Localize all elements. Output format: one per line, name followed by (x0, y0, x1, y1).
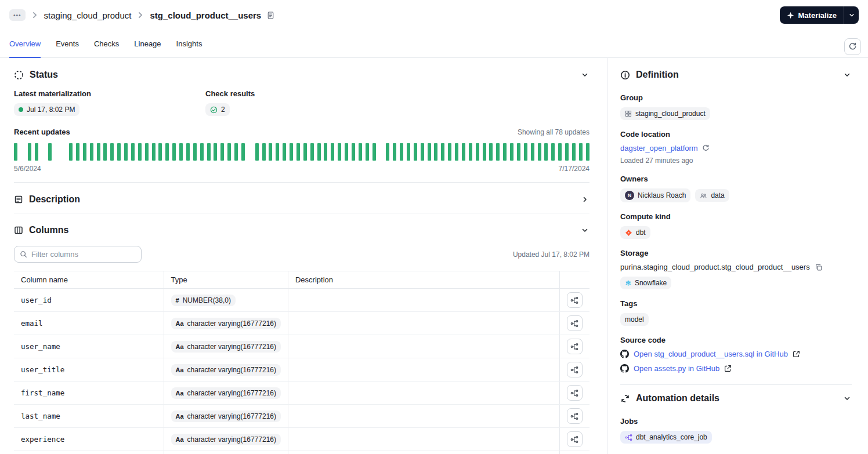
update-bar[interactable] (131, 143, 135, 161)
update-bar[interactable] (69, 143, 73, 161)
update-bar[interactable] (434, 143, 437, 161)
update-bar[interactable] (310, 143, 314, 161)
columns-collapse-toggle[interactable] (580, 226, 589, 235)
update-bar[interactable] (200, 143, 204, 161)
update-bar[interactable] (469, 143, 472, 161)
update-bar[interactable] (317, 143, 321, 161)
update-bar[interactable] (331, 143, 334, 161)
tag-badge[interactable]: model (620, 313, 649, 326)
update-bar[interactable] (296, 143, 300, 161)
check-results-badge[interactable]: 2 (205, 103, 230, 116)
update-bar[interactable] (117, 143, 121, 161)
update-bar[interactable] (207, 143, 211, 161)
owner-team-badge[interactable]: data (695, 189, 729, 202)
tab-insights[interactable]: Insights (176, 30, 202, 58)
refresh-button[interactable] (844, 38, 861, 55)
copy-asset-name-icon[interactable] (266, 11, 275, 20)
update-bar[interactable] (441, 143, 444, 161)
update-bar[interactable] (179, 143, 183, 161)
update-bar[interactable] (400, 143, 403, 161)
update-bar[interactable] (489, 143, 493, 161)
update-bar[interactable] (393, 143, 396, 161)
update-bar[interactable] (544, 143, 548, 161)
source-sql-link[interactable]: Open stg_cloud_product__users.sql in Git… (634, 350, 788, 358)
reload-location-icon[interactable] (702, 144, 710, 152)
update-bar[interactable] (172, 143, 176, 161)
status-collapse-toggle[interactable] (580, 70, 589, 79)
update-bar[interactable] (124, 143, 128, 161)
update-bar[interactable] (448, 143, 451, 161)
update-bar[interactable] (241, 143, 245, 161)
view-lineage-button[interactable] (567, 431, 583, 447)
update-bar[interactable] (90, 143, 93, 161)
update-bar[interactable] (220, 143, 224, 161)
source-assets-link[interactable]: Open assets.py in GitHub (634, 364, 719, 373)
update-bar[interactable] (352, 143, 355, 161)
view-lineage-button[interactable] (567, 339, 583, 354)
update-bar[interactable] (421, 143, 424, 161)
description-expand-toggle[interactable] (580, 195, 589, 204)
definition-collapse-toggle[interactable] (842, 70, 852, 79)
update-bar[interactable] (455, 143, 458, 161)
update-bar[interactable] (283, 143, 286, 161)
tab-events[interactable]: Events (56, 30, 79, 58)
update-bar[interactable] (407, 143, 410, 161)
view-lineage-button[interactable] (567, 362, 583, 377)
update-bar[interactable] (290, 143, 293, 161)
update-bar[interactable] (503, 143, 507, 161)
update-bar[interactable] (345, 143, 348, 161)
update-bar[interactable] (586, 143, 589, 161)
update-bar[interactable] (158, 143, 162, 161)
update-bar[interactable] (255, 143, 259, 161)
update-bar[interactable] (510, 143, 513, 161)
update-bar[interactable] (572, 143, 576, 161)
update-bar[interactable] (227, 143, 231, 161)
update-bar[interactable] (338, 143, 341, 161)
update-bar[interactable] (97, 143, 100, 161)
update-bar[interactable] (165, 143, 169, 161)
update-bar[interactable] (565, 143, 569, 161)
code-location-link[interactable]: dagster_open_platform (620, 144, 698, 152)
update-bar[interactable] (538, 143, 541, 161)
update-bar[interactable] (414, 143, 417, 161)
update-bar[interactable] (324, 143, 327, 161)
update-bar[interactable] (83, 143, 86, 161)
update-bar[interactable] (35, 143, 38, 161)
compute-kind-badge[interactable]: dbt (620, 226, 650, 239)
update-bar[interactable] (110, 143, 114, 161)
update-bar[interactable] (483, 143, 486, 161)
update-bar[interactable] (531, 143, 534, 161)
view-lineage-button[interactable] (567, 315, 583, 331)
update-bar[interactable] (476, 143, 479, 161)
materialize-dropdown-button[interactable] (844, 6, 859, 24)
update-bar[interactable] (262, 143, 266, 161)
view-lineage-button[interactable] (567, 408, 583, 424)
update-bar[interactable] (14, 143, 17, 161)
update-bar[interactable] (269, 143, 272, 161)
group-badge[interactable]: staging_cloud_product (620, 107, 710, 120)
update-bar[interactable] (524, 143, 527, 161)
update-bar[interactable] (517, 143, 520, 161)
update-bar[interactable] (138, 143, 142, 161)
update-bar[interactable] (551, 143, 555, 161)
update-bar[interactable] (186, 143, 190, 161)
automation-collapse-toggle[interactable] (842, 394, 852, 403)
view-lineage-button[interactable] (567, 385, 583, 401)
breadcrumb-group-link[interactable]: staging_cloud_product (44, 10, 132, 20)
storage-kind-badge[interactable]: ❄ Snowflake (620, 277, 671, 289)
update-bar[interactable] (193, 143, 197, 161)
latest-materialization-badge[interactable]: Jul 17, 8:02 PM (14, 103, 79, 116)
update-bar[interactable] (359, 143, 362, 161)
update-bar[interactable] (462, 143, 465, 161)
tab-lineage[interactable]: Lineage (134, 30, 161, 58)
update-bar[interactable] (76, 143, 79, 161)
update-bar[interactable] (214, 143, 217, 161)
breadcrumb-collapsed-button[interactable]: ••• (9, 9, 26, 21)
update-bar[interactable] (276, 143, 279, 161)
materialize-button[interactable]: Materialize (780, 6, 844, 24)
job-badge[interactable]: dbt_analytics_core_job (620, 431, 712, 444)
owner-user-badge[interactable]: N Nicklaus Roach (620, 188, 690, 202)
update-bar[interactable] (496, 143, 500, 161)
update-bar[interactable] (103, 143, 107, 161)
update-bar[interactable] (234, 143, 238, 161)
